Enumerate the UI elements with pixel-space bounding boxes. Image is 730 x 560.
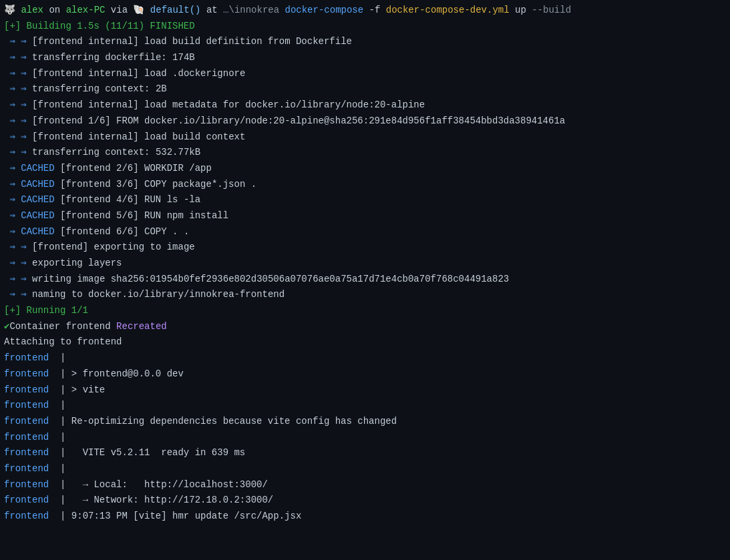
recreated-badge: Recreated [116, 320, 167, 334]
log-line: ⇒ ⇒ exporting layers [0, 256, 730, 272]
service-name: frontend [4, 478, 49, 493]
log-line: [+] Building 1.5s (11/11) FINISHED [0, 19, 730, 35]
log-line: ⇒ ⇒ [frontend internal] load .dockerigno… [0, 66, 730, 82]
prompt-username: alex [21, 3, 43, 18]
service-name: frontend [4, 367, 49, 382]
cached-line: ⇒ CACHED [frontend 5/6] RUN npm install [0, 208, 730, 224]
prompt-flag: -f [369, 3, 381, 18]
service-line: frontend | > vite [0, 382, 730, 398]
service-line: frontend | → Network: http://172.18.0.2:… [0, 493, 730, 509]
service-name: frontend [4, 383, 49, 398]
service-name: frontend [4, 446, 49, 461]
prompt-path: …\innokrea [223, 3, 279, 18]
service-line: frontend | [0, 430, 730, 446]
service-line: frontend | > frontend@0.0.0 dev [0, 366, 730, 382]
service-name: frontend [4, 398, 49, 413]
log-line: ⇒ ⇒ naming to docker.io/library/innokrea… [0, 287, 730, 303]
prompt-icon: 🐺 [4, 3, 21, 18]
terminal: 🐺 alex on alex-PC via 🐚 default() at …\i… [0, 0, 730, 560]
service-line: frontend | 9:07:13 PM [vite] hmr update … [0, 509, 730, 525]
service-name: frontend [4, 493, 49, 508]
log-line: ⇒ ⇒ transferring dockerfile: 174B [0, 50, 730, 66]
cached-line: ⇒ CACHED [frontend 4/6] RUN ls -la [0, 192, 730, 208]
service-name: frontend [4, 509, 49, 524]
service-line: frontend | [0, 461, 730, 477]
cached-line: ⇒ CACHED [frontend 6/6] COPY . . [0, 224, 730, 240]
attaching-line: Attaching to frontend [0, 334, 730, 350]
log-line: ⇒ ⇒ [frontend internal] load metadata fo… [0, 97, 730, 113]
log-line: ⇒ ⇒ [frontend] exporting to image [0, 240, 730, 256]
prompt-shell: default() [150, 3, 201, 18]
prompt-option: --build [532, 3, 571, 18]
prompt-line: 🐺 alex on alex-PC via 🐚 default() at …\i… [0, 3, 730, 19]
service-name: frontend [4, 462, 49, 477]
service-line: frontend | Re-optimizing dependencies be… [0, 414, 730, 430]
service-line: frontend | → Local: http://localhost:300… [0, 477, 730, 493]
log-line: ⇒ ⇒ [frontend 1/6] FROM docker.io/librar… [0, 113, 730, 129]
service-line: frontend | [0, 350, 730, 366]
log-line: ⇒ ⇒ [frontend internal] load build conte… [0, 129, 730, 146]
service-name: frontend [4, 414, 49, 429]
service-line: frontend | VITE v5.2.11 ready in 639 ms [0, 445, 730, 461]
prompt-host: alex-PC [66, 3, 106, 18]
service-line: frontend | [0, 398, 730, 414]
cached-line: ⇒ CACHED [frontend 3/6] COPY package*.js… [0, 177, 730, 193]
log-line: ⇒ ⇒ [frontend internal] load build defin… [0, 34, 730, 50]
log-line: ⇒ ⇒ transferring context: 532.77kB [0, 145, 730, 161]
log-line: ⇒ ⇒ transferring context: 2B [0, 81, 730, 97]
service-name: frontend [4, 431, 49, 445]
running-line: [+] Running 1/1 [0, 303, 730, 319]
cached-line: ⇒ CACHED [frontend 2/6] WORKDIR /app [0, 161, 730, 177]
service-name: frontend [4, 351, 49, 366]
container-line: ✔ Container frontend Recreated [0, 319, 730, 335]
prompt-file: docker-compose-dev.yml [386, 3, 510, 18]
prompt-shell-icon: 🐚 [133, 3, 150, 18]
log-line: ⇒ ⇒ writing image sha256:01954b0fef2936e… [0, 272, 730, 288]
prompt-command: docker-compose [285, 3, 364, 18]
